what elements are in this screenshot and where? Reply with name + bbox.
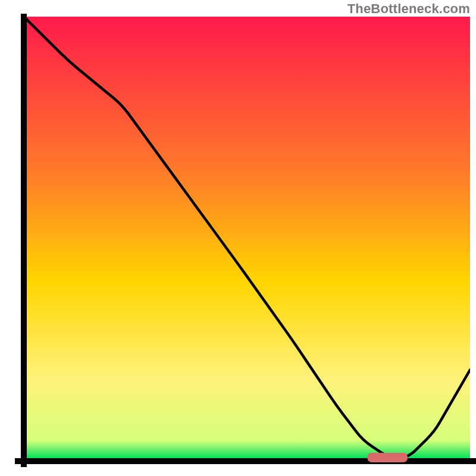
- chart-container: { "attribution": "TheBottleneck.com", "c…: [0, 0, 476, 476]
- bottleneck-chart: [0, 0, 476, 476]
- plot-background: [24, 17, 470, 458]
- optimal-range-marker: [368, 453, 408, 462]
